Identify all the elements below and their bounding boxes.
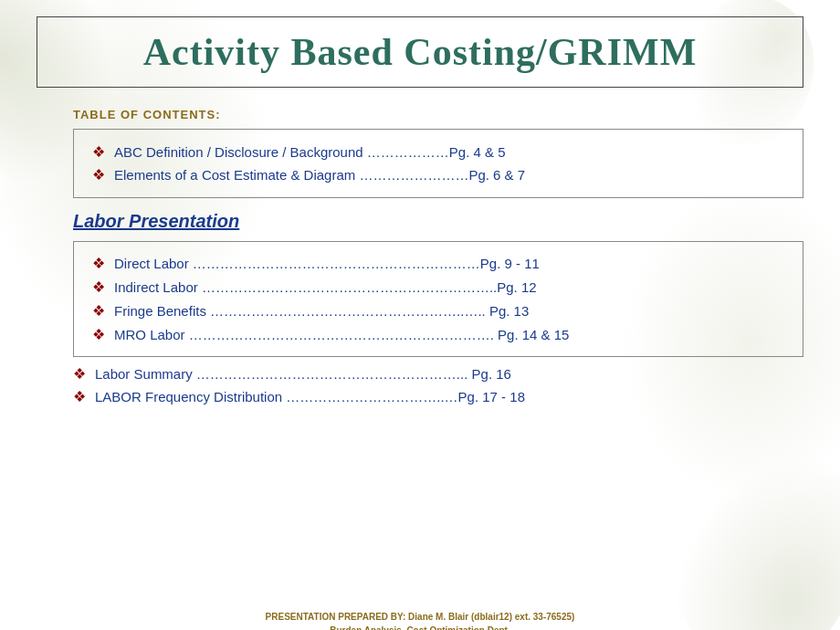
bullet-icon: ❖ [92,255,105,272]
bullet-icon: ❖ [73,365,86,383]
list-item: ❖ Indirect Labor ………………………………………………………..… [92,278,784,297]
list-item: ❖ Labor Summary …………………………………………………... P… [73,364,840,383]
list-item: ❖ LABOR Frequency Distribution ………………………… [73,387,840,406]
toc-box: ❖ ABC Definition / Disclosure / Backgrou… [73,129,803,198]
list-item: ❖ Direct Labor ………………………………………………………Pg. … [92,254,784,273]
direct-labor-label: Direct Labor ………………………………………………………Pg. 9 … [114,254,784,273]
fringe-benefits-label: Fringe Benefits ………………………………………………..….. … [114,301,784,320]
footer: PRESENTATION PREPARED BY: Diane M. Blair… [0,610,840,630]
labor-presentation-heading: Labor Presentation [73,211,840,232]
footer-line1: PRESENTATION PREPARED BY: Diane M. Blair… [0,610,840,624]
page-title: Activity Based Costing/GRIMM [143,31,698,73]
indirect-labor-label: Indirect Labor ………………………………………………………..Pg… [114,278,784,297]
labor-summary-label: Labor Summary …………………………………………………... Pg.… [95,364,803,383]
list-item: ❖ Fringe Benefits ………………………………………………..….… [92,301,784,320]
toc-label: TABLE OF CONTENTS: [73,108,840,121]
bullet-icon: ❖ [92,278,105,296]
bullet-icon: ❖ [73,388,86,405]
title-box: Activity Based Costing/GRIMM [37,16,803,88]
bullet-icon: ❖ [92,143,105,161]
list-item: ❖ ABC Definition / Disclosure / Backgrou… [92,142,784,162]
list-item: ❖ MRO Labor …………………………………………………………. Pg. … [92,325,784,344]
page: Activity Based Costing/GRIMM TABLE OF CO… [0,16,840,630]
toc-item-label: Elements of a Cost Estimate & Diagram ……… [114,165,784,184]
toc-item-label: ABC Definition / Disclosure / Background… [114,142,784,162]
bullet-icon: ❖ [92,302,105,320]
mro-labor-label: MRO Labor …………………………………………………………. Pg. 14… [114,325,784,344]
list-item: ❖ Elements of a Cost Estimate & Diagram … [92,165,784,184]
bullet-icon: ❖ [92,326,105,343]
bullet-icon: ❖ [92,166,105,184]
labor-box: ❖ Direct Labor ………………………………………………………Pg. … [73,241,803,357]
footer-line2: Burden Analysis, Cost Optimization Dept. [0,624,840,630]
labor-frequency-label: LABOR Frequency Distribution ……………………………… [95,387,803,406]
